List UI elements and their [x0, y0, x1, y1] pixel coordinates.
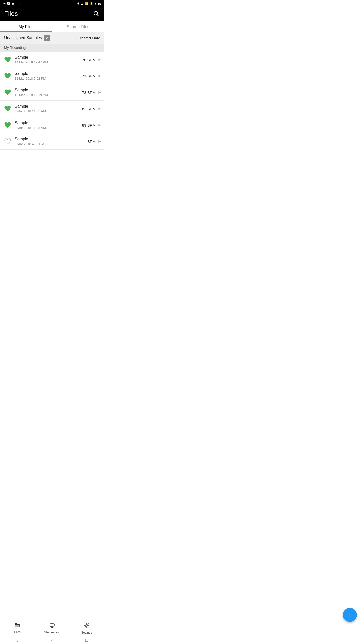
chevron-right-icon: ► [98, 74, 102, 78]
battery-icon: 🔋 [90, 2, 93, 5]
status-bar: ✉ 🖼 ⏺ ⬇ ✔ ✱ ▲ 📶 🔋 5:19 [0, 0, 104, 7]
tab-shared-files[interactable]: Shared Files [52, 21, 104, 32]
chevron-right-icon: ► [98, 90, 102, 95]
recording-item[interactable]: Sample 12 Mar 2018 5:02 PM 71 BPM ► [0, 68, 104, 84]
recording-name: Sample [15, 104, 79, 109]
search-icon [93, 10, 99, 17]
recording-name: Sample [15, 71, 79, 76]
tab-my-files[interactable]: My Files [0, 21, 52, 32]
recording-item[interactable]: Sample 14 Mar 2018 12:47 PM 70 BPM ► [0, 52, 104, 68]
chevron-right-icon: ► [98, 106, 102, 111]
bpm-value: 70 BPM [82, 58, 96, 62]
sort-arrow-icon: ↓ [75, 36, 77, 40]
app-title: Files [4, 10, 18, 18]
chevron-right-icon: ► [98, 139, 102, 144]
recording-item[interactable]: Sample 8 Mar 2018 11:35 AM 82 BPM ► [0, 101, 104, 117]
favorite-button[interactable] [4, 88, 12, 96]
bpm-section: 82 BPM ► [82, 106, 102, 111]
sort-label-text: Created Date [78, 36, 100, 40]
svg-line-1 [97, 15, 99, 16]
unassigned-filter[interactable]: Unassigned Samples ✓ [4, 35, 50, 41]
bpm-section: 89 BPM ► [82, 123, 102, 127]
recording-list: Sample 14 Mar 2018 12:47 PM 70 BPM ► Sam… [0, 52, 104, 150]
time-display: 5:19 [95, 2, 101, 6]
status-icons-left: ✉ 🖼 ⏺ ⬇ ✔ [3, 2, 22, 5]
tab-bar: My Files Shared Files [0, 21, 104, 32]
recording-info: Sample 8 Mar 2018 11:35 AM [15, 104, 79, 113]
recording-date: 8 Mar 2018 11:28 AM [15, 126, 79, 130]
mail-icon: ✉ [3, 2, 6, 5]
favorite-button[interactable] [4, 105, 12, 113]
photo-icon: 🖼 [7, 2, 10, 5]
recording-date: 8 Mar 2018 11:35 AM [15, 109, 79, 113]
recording-name: Sample [15, 120, 79, 125]
recording-item[interactable]: Sample 8 Mar 2018 11:28 AM 89 BPM ► [0, 117, 104, 133]
sort-button[interactable]: ↓ Created Date [75, 36, 100, 40]
filter-bar: Unassigned Samples ✓ ↓ Created Date [0, 32, 104, 44]
recording-date: 12 Mar 2018 5:02 PM [15, 77, 79, 80]
bpm-value: 89 BPM [82, 123, 96, 127]
unassigned-text: Unassigned Samples [4, 36, 42, 40]
heart-filled-icon [4, 73, 11, 79]
recording-item[interactable]: Sample 5 Mar 2018 4:56 PM -- BPM ► [0, 133, 104, 150]
content-area: Unassigned Samples ✓ ↓ Created Date My R… [0, 32, 104, 180]
bpm-value: 71 BPM [82, 74, 96, 78]
recording-name: Sample [15, 88, 79, 92]
recording-info: Sample 12 Mar 2018 5:02 PM [15, 71, 79, 80]
svg-point-0 [94, 11, 97, 15]
heart-filled-icon [4, 105, 11, 112]
chevron-right-icon: ► [98, 57, 102, 62]
bpm-section: 73 BPM ► [82, 90, 102, 95]
search-button[interactable] [92, 10, 100, 18]
wifi-icon: ▲ [81, 2, 84, 5]
bpm-value: 73 BPM [82, 90, 96, 95]
recording-info: Sample 12 Mar 2018 12:19 PM [15, 88, 79, 97]
recording-info: Sample 5 Mar 2018 4:56 PM [15, 137, 81, 146]
bpm-section: 71 BPM ► [82, 74, 102, 78]
unassigned-checkbox[interactable]: ✓ [44, 35, 50, 41]
bpm-value: -- BPM [84, 139, 96, 144]
recording-date: 5 Mar 2018 4:56 PM [15, 142, 81, 146]
bpm-section: -- BPM ► [84, 139, 102, 144]
recording-item[interactable]: Sample 12 Mar 2018 12:19 PM 73 BPM ► [0, 84, 104, 101]
check-icon: ✔ [20, 2, 22, 5]
download-icon: ⬇ [16, 2, 18, 5]
record-icon: ⏺ [12, 2, 14, 5]
recording-info: Sample 14 Mar 2018 12:47 PM [15, 55, 79, 64]
bpm-value: 82 BPM [82, 107, 96, 111]
bluetooth-icon: ✱ [77, 2, 79, 5]
recording-date: 14 Mar 2018 12:47 PM [15, 60, 79, 64]
recording-date: 12 Mar 2018 12:19 PM [15, 93, 79, 97]
status-icons-right: ✱ ▲ 📶 🔋 5:19 [77, 2, 101, 6]
heart-filled-icon [4, 56, 11, 63]
section-my-recordings: My Recordings [0, 44, 104, 52]
checkbox-check-icon: ✓ [46, 36, 49, 40]
recording-info: Sample 8 Mar 2018 11:28 AM [15, 120, 79, 130]
heart-outline-icon [4, 138, 11, 145]
chevron-right-icon: ► [98, 123, 102, 127]
heart-filled-icon [4, 122, 11, 128]
favorite-button[interactable] [4, 56, 12, 64]
favorite-button[interactable] [4, 121, 12, 129]
favorite-button[interactable] [4, 72, 12, 80]
app-header: Files [0, 7, 104, 21]
signal-icon: 📶 [85, 2, 88, 5]
recording-name: Sample [15, 55, 79, 60]
bpm-section: 70 BPM ► [82, 57, 102, 62]
heart-filled-icon [4, 89, 11, 96]
favorite-button[interactable] [4, 137, 12, 145]
recording-name: Sample [15, 137, 81, 141]
